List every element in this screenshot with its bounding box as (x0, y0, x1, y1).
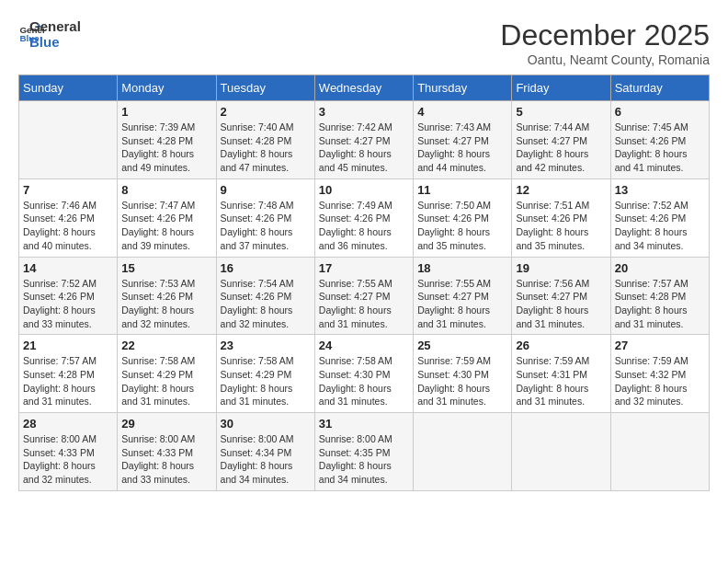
day-info: Sunrise: 7:56 AM Sunset: 4:27 PM Dayligh… (516, 277, 606, 331)
day-number: 14 (23, 261, 113, 275)
calendar-cell: 30Sunrise: 8:00 AM Sunset: 4:34 PM Dayli… (216, 413, 314, 491)
day-info: Sunrise: 7:44 AM Sunset: 4:27 PM Dayligh… (516, 121, 606, 175)
day-info: Sunrise: 7:43 AM Sunset: 4:27 PM Dayligh… (417, 121, 507, 175)
calendar-cell: 22Sunrise: 7:58 AM Sunset: 4:29 PM Dayli… (118, 335, 216, 413)
day-info: Sunrise: 7:49 AM Sunset: 4:26 PM Dayligh… (319, 199, 409, 253)
day-info: Sunrise: 7:50 AM Sunset: 4:26 PM Dayligh… (417, 199, 507, 253)
day-number: 29 (121, 417, 211, 431)
day-info: Sunrise: 7:54 AM Sunset: 4:26 PM Dayligh… (221, 277, 311, 331)
calendar-cell: 28Sunrise: 8:00 AM Sunset: 4:33 PM Dayli… (19, 413, 118, 491)
day-number: 10 (319, 183, 409, 197)
calendar-cell: 19Sunrise: 7:56 AM Sunset: 4:27 PM Dayli… (512, 257, 610, 335)
calendar-cell: 3Sunrise: 7:42 AM Sunset: 4:27 PM Daylig… (314, 101, 413, 179)
calendar-cell: 7Sunrise: 7:46 AM Sunset: 4:26 PM Daylig… (19, 178, 118, 257)
calendar-cell: 10Sunrise: 7:49 AM Sunset: 4:26 PM Dayli… (314, 178, 413, 257)
day-number: 25 (417, 339, 507, 352)
day-info: Sunrise: 7:47 AM Sunset: 4:26 PM Dayligh… (121, 199, 211, 253)
day-number: 16 (221, 261, 311, 275)
header-saturday: Saturday (610, 75, 709, 101)
day-number: 3 (319, 105, 409, 119)
calendar-cell: 20Sunrise: 7:57 AM Sunset: 4:28 PM Dayli… (610, 257, 709, 335)
calendar-cell (512, 413, 610, 491)
day-info: Sunrise: 8:00 AM Sunset: 4:34 PM Dayligh… (221, 432, 311, 487)
header-friday: Friday (512, 75, 610, 101)
day-info: Sunrise: 7:58 AM Sunset: 4:29 PM Dayligh… (121, 354, 211, 408)
calendar-cell (610, 413, 709, 491)
day-info: Sunrise: 7:59 AM Sunset: 4:31 PM Dayligh… (516, 354, 606, 408)
day-number: 28 (23, 417, 113, 431)
calendar-cell: 27Sunrise: 7:59 AM Sunset: 4:32 PM Dayli… (610, 335, 709, 413)
day-number: 1 (121, 105, 211, 119)
calendar-cell (19, 101, 118, 179)
logo-line2: Blue (29, 34, 81, 50)
header-wednesday: Wednesday (314, 75, 413, 101)
calendar-cell (414, 413, 512, 491)
day-number: 23 (221, 339, 311, 352)
day-info: Sunrise: 7:52 AM Sunset: 4:26 PM Dayligh… (23, 277, 113, 331)
day-info: Sunrise: 8:00 AM Sunset: 4:33 PM Dayligh… (23, 432, 113, 487)
day-number: 31 (319, 417, 409, 431)
calendar-table: SundayMondayTuesdayWednesdayThursdayFrid… (18, 75, 710, 491)
calendar-cell: 11Sunrise: 7:50 AM Sunset: 4:26 PM Dayli… (414, 178, 512, 257)
day-number: 21 (23, 339, 113, 352)
page-header: General Blue General Blue December 2025 … (18, 18, 710, 67)
day-info: Sunrise: 7:45 AM Sunset: 4:26 PM Dayligh… (615, 121, 705, 175)
day-info: Sunrise: 7:57 AM Sunset: 4:28 PM Dayligh… (23, 354, 113, 408)
day-info: Sunrise: 7:59 AM Sunset: 4:32 PM Dayligh… (615, 354, 705, 408)
day-number: 30 (221, 417, 311, 431)
day-number: 20 (615, 261, 705, 275)
calendar-cell: 17Sunrise: 7:55 AM Sunset: 4:27 PM Dayli… (314, 257, 413, 335)
day-number: 18 (417, 261, 507, 275)
calendar-cell: 26Sunrise: 7:59 AM Sunset: 4:31 PM Dayli… (512, 335, 610, 413)
day-number: 2 (221, 105, 311, 119)
day-number: 11 (417, 183, 507, 197)
day-info: Sunrise: 7:55 AM Sunset: 4:27 PM Dayligh… (319, 277, 409, 331)
day-number: 27 (615, 339, 705, 352)
day-number: 13 (615, 183, 705, 197)
day-number: 17 (319, 261, 409, 275)
day-info: Sunrise: 7:58 AM Sunset: 4:30 PM Dayligh… (319, 354, 409, 408)
calendar-cell: 21Sunrise: 7:57 AM Sunset: 4:28 PM Dayli… (19, 335, 118, 413)
week-row-5: 28Sunrise: 8:00 AM Sunset: 4:33 PM Dayli… (19, 413, 710, 491)
calendar-cell: 8Sunrise: 7:47 AM Sunset: 4:26 PM Daylig… (118, 178, 216, 257)
calendar-cell: 2Sunrise: 7:40 AM Sunset: 4:28 PM Daylig… (216, 101, 314, 179)
day-number: 8 (121, 183, 211, 197)
calendar-cell: 23Sunrise: 7:58 AM Sunset: 4:29 PM Dayli… (216, 335, 314, 413)
calendar-cell: 18Sunrise: 7:55 AM Sunset: 4:27 PM Dayli… (414, 257, 512, 335)
calendar-cell: 14Sunrise: 7:52 AM Sunset: 4:26 PM Dayli… (19, 257, 118, 335)
day-number: 26 (516, 339, 606, 352)
calendar-cell: 6Sunrise: 7:45 AM Sunset: 4:26 PM Daylig… (610, 101, 709, 179)
day-number: 9 (221, 183, 311, 197)
week-row-2: 7Sunrise: 7:46 AM Sunset: 4:26 PM Daylig… (19, 178, 710, 257)
day-number: 24 (319, 339, 409, 352)
header-thursday: Thursday (414, 75, 512, 101)
calendar-cell: 16Sunrise: 7:54 AM Sunset: 4:26 PM Dayli… (216, 257, 314, 335)
calendar-cell: 25Sunrise: 7:59 AM Sunset: 4:30 PM Dayli… (414, 335, 512, 413)
week-row-1: 1Sunrise: 7:39 AM Sunset: 4:28 PM Daylig… (19, 101, 710, 179)
week-row-4: 21Sunrise: 7:57 AM Sunset: 4:28 PM Dayli… (19, 335, 710, 413)
day-info: Sunrise: 7:55 AM Sunset: 4:27 PM Dayligh… (417, 277, 507, 331)
day-number: 12 (516, 183, 606, 197)
calendar-cell: 5Sunrise: 7:44 AM Sunset: 4:27 PM Daylig… (512, 101, 610, 179)
logo: General Blue General Blue (18, 18, 81, 51)
day-number: 19 (516, 261, 606, 275)
calendar-cell: 1Sunrise: 7:39 AM Sunset: 4:28 PM Daylig… (118, 101, 216, 179)
day-info: Sunrise: 7:58 AM Sunset: 4:29 PM Dayligh… (221, 354, 311, 408)
calendar-cell: 31Sunrise: 8:00 AM Sunset: 4:35 PM Dayli… (314, 413, 413, 491)
day-info: Sunrise: 8:00 AM Sunset: 4:35 PM Dayligh… (319, 432, 409, 487)
calendar-cell: 29Sunrise: 8:00 AM Sunset: 4:33 PM Dayli… (118, 413, 216, 491)
day-number: 6 (615, 105, 705, 119)
day-info: Sunrise: 7:46 AM Sunset: 4:26 PM Dayligh… (23, 199, 113, 253)
calendar-header-row: SundayMondayTuesdayWednesdayThursdayFrid… (19, 75, 710, 101)
day-info: Sunrise: 7:53 AM Sunset: 4:26 PM Dayligh… (121, 277, 211, 331)
day-info: Sunrise: 7:40 AM Sunset: 4:28 PM Dayligh… (221, 121, 311, 175)
day-info: Sunrise: 7:39 AM Sunset: 4:28 PM Dayligh… (121, 121, 211, 175)
day-info: Sunrise: 8:00 AM Sunset: 4:33 PM Dayligh… (121, 432, 211, 487)
day-number: 5 (516, 105, 606, 119)
day-info: Sunrise: 7:57 AM Sunset: 4:28 PM Dayligh… (615, 277, 705, 331)
day-number: 7 (23, 183, 113, 197)
day-info: Sunrise: 7:51 AM Sunset: 4:26 PM Dayligh… (516, 199, 606, 253)
day-number: 22 (121, 339, 211, 352)
title-block: December 2025 Oantu, Neamt County, Roman… (500, 18, 710, 67)
day-info: Sunrise: 7:42 AM Sunset: 4:27 PM Dayligh… (319, 121, 409, 175)
